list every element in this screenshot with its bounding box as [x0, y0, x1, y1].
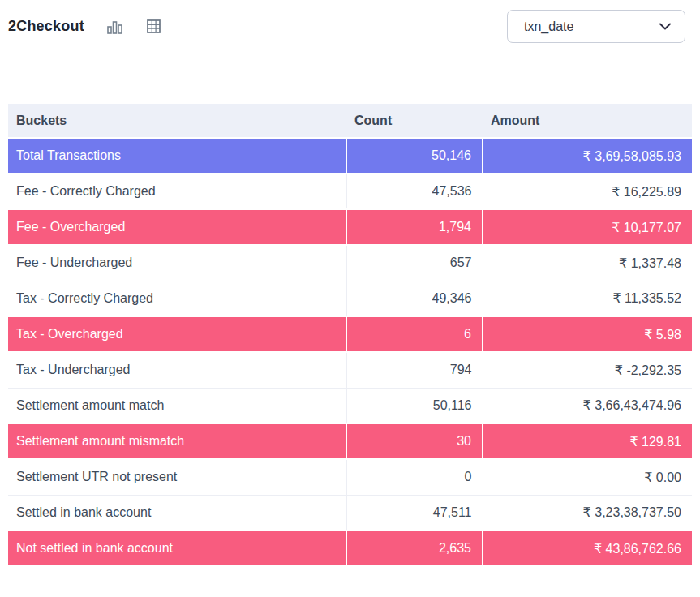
amount-cell: ₹ 3,69,58,085.93 — [483, 138, 692, 174]
bar-chart-view-button[interactable] — [105, 18, 124, 36]
table-row[interactable]: Tax - Correctly Charged49,346₹ 11,335.52 — [8, 281, 692, 316]
amount-cell: ₹ -2,292.35 — [483, 352, 692, 388]
count-cell: 49,346 — [346, 281, 483, 316]
count-cell: 657 — [346, 245, 483, 281]
amount-cell: ₹ 0.00 — [483, 459, 692, 495]
txn-date-select[interactable]: txn_date — [507, 10, 685, 43]
amount-cell: ₹ 10,177.07 — [483, 209, 692, 245]
table-row[interactable]: Settlement amount mismatch30₹ 129.81 — [8, 423, 692, 459]
bucket-cell: Tax - Correctly Charged — [8, 281, 346, 316]
count-cell: 2,635 — [346, 530, 483, 566]
column-header-count: Count — [346, 104, 483, 138]
amount-cell: ₹ 5.98 — [483, 316, 692, 352]
bucket-cell: Fee - Overcharged — [8, 209, 346, 245]
amount-cell: ₹ 11,335.52 — [483, 281, 692, 316]
topbar: 2Checkout txn_date — [0, 0, 700, 43]
bucket-cell: Settlement amount match — [8, 388, 346, 423]
count-cell: 47,536 — [346, 174, 483, 209]
count-cell: 794 — [346, 352, 483, 388]
amount-cell: ₹ 3,66,43,474.96 — [483, 388, 692, 423]
amount-cell: ₹ 1,337.48 — [483, 245, 692, 281]
buckets-table-container: Buckets Count Amount Total Transactions5… — [8, 104, 692, 567]
amount-cell: ₹ 129.81 — [483, 423, 692, 459]
table-row[interactable]: Tax - Undercharged794₹ -2,292.35 — [8, 352, 692, 388]
table-row[interactable]: Fee - Undercharged657₹ 1,337.48 — [8, 245, 692, 281]
count-cell: 1,794 — [346, 209, 483, 245]
table-header-row: Buckets Count Amount — [8, 104, 692, 138]
count-cell: 50,116 — [346, 388, 483, 423]
count-cell: 47,511 — [346, 495, 483, 530]
amount-cell: ₹ 16,225.89 — [483, 174, 692, 209]
table-row[interactable]: Total Transactions50,146₹ 3,69,58,085.93 — [8, 138, 692, 174]
bucket-cell: Total Transactions — [8, 138, 346, 174]
count-cell: 30 — [346, 423, 483, 459]
table-row[interactable]: Settled in bank account47,511₹ 3,23,38,7… — [8, 495, 692, 530]
table-row[interactable]: Tax - Overcharged6₹ 5.98 — [8, 316, 692, 352]
count-cell: 6 — [346, 316, 483, 352]
amount-cell: ₹ 3,23,38,737.50 — [483, 495, 692, 530]
count-cell: 50,146 — [346, 138, 483, 174]
bucket-cell: Settled in bank account — [8, 495, 346, 530]
count-cell: 0 — [346, 459, 483, 495]
bucket-cell: Fee - Undercharged — [8, 245, 346, 281]
txn-date-selected-value: txn_date — [524, 19, 573, 34]
column-header-buckets: Buckets — [8, 104, 346, 138]
table-row[interactable]: Settlement amount match50,116₹ 3,66,43,4… — [8, 388, 692, 423]
bucket-cell: Tax - Overcharged — [8, 316, 346, 352]
table-row[interactable]: Not settled in bank account2,635₹ 43,86,… — [8, 530, 692, 566]
bar-chart-icon — [107, 19, 122, 34]
chevron-down-icon — [659, 23, 671, 30]
buckets-table: Buckets Count Amount Total Transactions5… — [8, 104, 692, 567]
bucket-cell: Settlement UTR not present — [8, 459, 346, 495]
bucket-cell: Fee - Correctly Charged — [8, 174, 346, 209]
column-header-amount: Amount — [483, 104, 692, 138]
table-view-button[interactable] — [145, 18, 162, 35]
table-row[interactable]: Fee - Correctly Charged47,536₹ 16,225.89 — [8, 174, 692, 209]
grid-icon — [147, 19, 161, 33]
amount-cell: ₹ 43,86,762.66 — [483, 530, 692, 566]
table-row[interactable]: Settlement UTR not present0₹ 0.00 — [8, 459, 692, 495]
table-row[interactable]: Fee - Overcharged1,794₹ 10,177.07 — [8, 209, 692, 245]
bucket-cell: Settlement amount mismatch — [8, 423, 346, 459]
app-title: 2Checkout — [8, 18, 84, 35]
bucket-cell: Tax - Undercharged — [8, 352, 346, 388]
bucket-cell: Not settled in bank account — [8, 530, 346, 566]
